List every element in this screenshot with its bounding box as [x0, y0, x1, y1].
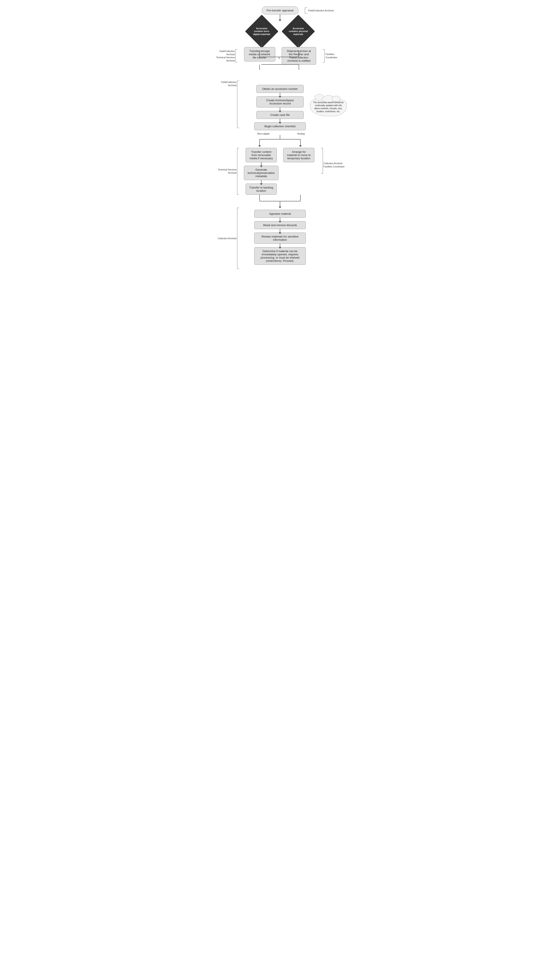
- diamond-physical-col: Accession contains physical materials: [287, 20, 310, 43]
- connector-area: [213, 70, 347, 81]
- label-field-collection-archivist2: Field/Collection Archivist: [221, 81, 237, 87]
- label-field-collection-archivist: Field/Collection Archivist: [308, 9, 334, 12]
- svg-marker-9: [258, 145, 261, 147]
- review-sensitive-node: Review materials for sensitive informati…: [254, 232, 306, 244]
- arrange-material-node: Arrange for material to move to temporar…: [283, 148, 314, 162]
- connector-svg: [213, 48, 347, 59]
- analog-label: Analog: [297, 132, 305, 135]
- appraise-material-node: Appraise material: [254, 210, 306, 218]
- label-technical-services: Technical Services Archivist: [218, 168, 237, 174]
- label-collection-archivist: Collection Archivist: [218, 237, 237, 240]
- transfer-backlog-node: Transfer to backlog location: [246, 184, 277, 195]
- born-digital-col: Transfer content from removable media if…: [246, 148, 277, 195]
- split-connector: [213, 135, 347, 146]
- transfer-removable-node: Transfer content from removable media if…: [246, 148, 277, 162]
- obtain-accession-node: Obtain an accession number: [257, 85, 303, 93]
- analog-col: Arrange for material to move to temporar…: [283, 148, 314, 195]
- born-digital-label: Born-digital: [257, 132, 270, 135]
- svg-marker-10: [299, 145, 302, 147]
- diamond-physical-label: Accession contains physical materials: [288, 27, 308, 36]
- diamond-born-label: Accession contains born-digital material…: [252, 27, 272, 36]
- split-svg: [213, 135, 347, 148]
- cloud-note-text: The accession record should be continual…: [313, 101, 343, 113]
- create-archivesspace-node: Create ArchivesSpace Accession record: [257, 96, 303, 107]
- flowchart: Pre-transfer appraisal Field/Collection …: [213, 7, 347, 269]
- label-collection-archivist-facilities: Collection ArchivistFacilities Coordinat…: [323, 162, 345, 168]
- cloud-note: The accession record should be continual…: [310, 98, 347, 116]
- pre-transfer-section: Pre-transfer appraisal Field/Collection …: [213, 7, 347, 20]
- merge-connector: [213, 195, 347, 208]
- determine-material-node: Determine if material can be immediately…: [254, 247, 306, 265]
- generate-metadata-node: Generate technical/preservation metadata: [244, 166, 278, 180]
- pre-transfer-node: Pre-transfer appraisal: [262, 7, 298, 14]
- diamond-born-col: Accession contains born-digital material…: [250, 20, 273, 43]
